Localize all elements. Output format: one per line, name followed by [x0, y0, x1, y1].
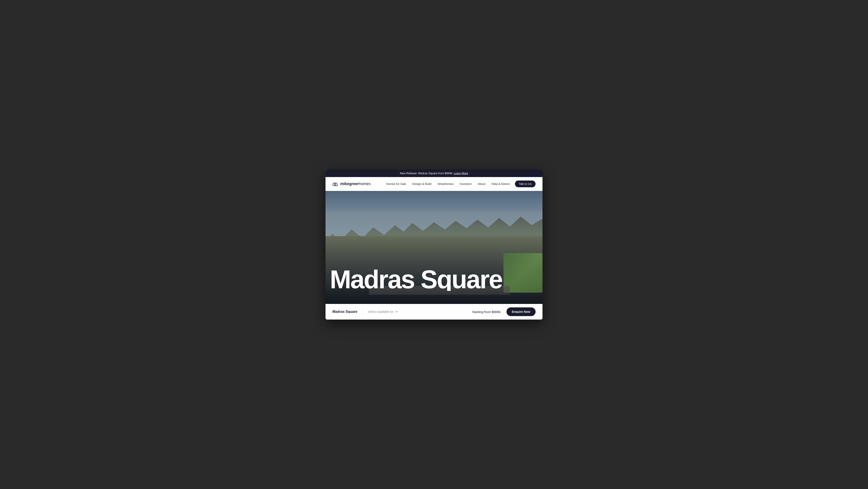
browser-window: New Release: Madras Square from $669k Le…	[326, 169, 542, 320]
announcement-text: New Release: Madras Square from $669k	[400, 172, 453, 175]
nav-about[interactable]: About	[475, 181, 488, 187]
lot-select-placeholder: Select available lot	[368, 310, 394, 314]
logo-brand-light: homes	[359, 182, 371, 186]
enquire-now-button[interactable]: Enquire Now	[506, 307, 535, 316]
nav-investors[interactable]: Investors	[457, 181, 474, 187]
logo-icon	[333, 182, 339, 186]
lot-select-dropdown[interactable]: Select available lot	[368, 310, 472, 314]
nav-homes-for-sale[interactable]: Homes for Sale	[383, 181, 409, 187]
nav-help-advice[interactable]: Help & Advice	[489, 181, 512, 187]
bottom-bar-price: Starting from $669k	[472, 310, 501, 314]
nav-design-build[interactable]: Design & Build	[410, 181, 434, 187]
hero-section: Madras Square	[326, 191, 542, 304]
logo[interactable]: mikegreerhomes	[333, 182, 371, 186]
hero-title: Madras Square	[326, 268, 542, 291]
announcement-bar: New Release: Madras Square from $669k Le…	[326, 169, 542, 177]
bottom-bar-location: Madras Square	[333, 310, 363, 314]
nav-showhomes[interactable]: Showhomes	[435, 181, 456, 187]
bottom-bar-divider	[363, 308, 363, 316]
announcement-link[interactable]: Learn More	[454, 172, 468, 175]
nav-links: Homes for Sale Design & Build Showhomes …	[383, 180, 535, 187]
nav-cta-button[interactable]: Talk to Us	[515, 180, 535, 187]
chevron-down-icon	[395, 310, 398, 314]
logo-text: mikegreerhomes	[340, 182, 371, 186]
hero-bottom-bar: Madras Square Select available lot Start…	[326, 304, 542, 320]
navbar: mikegreerhomes Homes for Sale Design & B…	[326, 177, 542, 191]
logo-brand-bold: mikegreer	[340, 182, 359, 186]
